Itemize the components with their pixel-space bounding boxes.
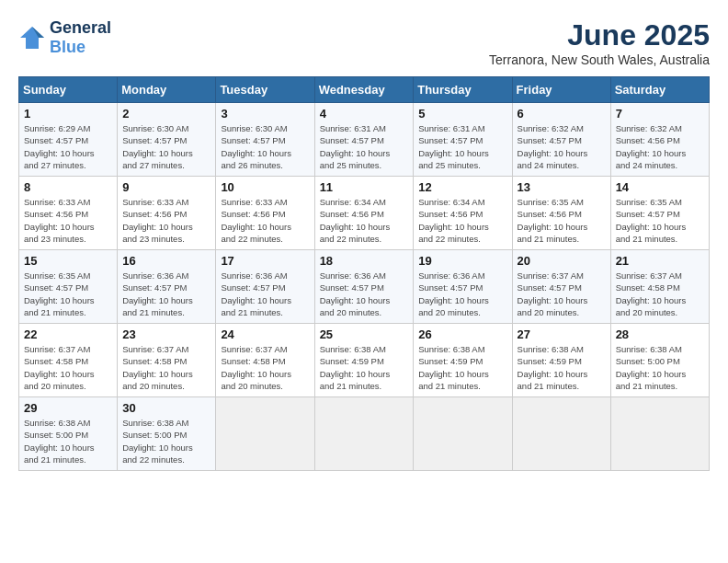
calendar-cell: 13Sunrise: 6:35 AM Sunset: 4:56 PM Dayli… <box>512 177 610 250</box>
day-info: Sunrise: 6:33 AM Sunset: 4:56 PM Dayligh… <box>122 196 210 245</box>
day-number: 16 <box>122 254 210 268</box>
day-info: Sunrise: 6:37 AM Sunset: 4:57 PM Dayligh… <box>518 270 606 318</box>
calendar-week-3: 15Sunrise: 6:35 AM Sunset: 4:57 PM Dayli… <box>19 250 710 324</box>
day-number: 26 <box>418 327 506 341</box>
day-info: Sunrise: 6:36 AM Sunset: 4:57 PM Dayligh… <box>221 270 309 318</box>
day-info: Sunrise: 6:32 AM Sunset: 4:57 PM Dayligh… <box>518 122 606 171</box>
column-header-sunday: Sunday <box>19 77 118 103</box>
calendar-cell <box>610 397 709 471</box>
calendar-cell: 1Sunrise: 6:29 AM Sunset: 4:57 PM Daylig… <box>19 103 118 177</box>
day-number: 20 <box>518 254 606 268</box>
day-number: 30 <box>122 401 210 415</box>
day-info: Sunrise: 6:35 AM Sunset: 4:57 PM Dayligh… <box>24 270 112 318</box>
calendar-cell: 27Sunrise: 6:38 AM Sunset: 4:59 PM Dayli… <box>512 324 610 397</box>
column-header-wednesday: Wednesday <box>314 77 414 103</box>
day-number: 2 <box>122 107 210 121</box>
calendar-cell: 7Sunrise: 6:32 AM Sunset: 4:56 PM Daylig… <box>610 103 709 177</box>
month-title: June 2025 <box>489 18 710 52</box>
calendar-cell: 11Sunrise: 6:34 AM Sunset: 4:56 PM Dayli… <box>314 177 414 250</box>
calendar-cell: 14Sunrise: 6:35 AM Sunset: 4:57 PM Dayli… <box>610 177 709 250</box>
day-info: Sunrise: 6:35 AM Sunset: 4:56 PM Dayligh… <box>518 196 606 245</box>
day-number: 7 <box>616 107 704 121</box>
column-header-thursday: Thursday <box>414 77 512 103</box>
column-header-tuesday: Tuesday <box>216 77 314 103</box>
day-info: Sunrise: 6:38 AM Sunset: 5:00 PM Dayligh… <box>616 343 704 392</box>
calendar-cell: 2Sunrise: 6:30 AM Sunset: 4:57 PM Daylig… <box>118 103 216 177</box>
day-info: Sunrise: 6:32 AM Sunset: 4:56 PM Dayligh… <box>616 122 704 171</box>
day-info: Sunrise: 6:30 AM Sunset: 4:57 PM Dayligh… <box>122 122 210 171</box>
calendar-cell <box>512 397 610 471</box>
calendar-cell: 22Sunrise: 6:37 AM Sunset: 4:58 PM Dayli… <box>19 324 118 397</box>
day-number: 14 <box>616 180 704 194</box>
day-number: 13 <box>518 180 606 194</box>
day-number: 25 <box>320 327 409 341</box>
day-info: Sunrise: 6:37 AM Sunset: 4:58 PM Dayligh… <box>122 343 210 392</box>
calendar-cell: 8Sunrise: 6:33 AM Sunset: 4:56 PM Daylig… <box>19 177 118 250</box>
day-number: 17 <box>221 254 309 268</box>
calendar-cell: 5Sunrise: 6:31 AM Sunset: 4:57 PM Daylig… <box>414 103 512 177</box>
column-header-saturday: Saturday <box>610 77 709 103</box>
day-info: Sunrise: 6:36 AM Sunset: 4:57 PM Dayligh… <box>418 270 506 318</box>
calendar-cell: 24Sunrise: 6:37 AM Sunset: 4:58 PM Dayli… <box>216 324 314 397</box>
title-area: June 2025 Terranora, New South Wales, Au… <box>489 18 710 67</box>
day-info: Sunrise: 6:33 AM Sunset: 4:56 PM Dayligh… <box>24 196 112 245</box>
calendar-week-2: 8Sunrise: 6:33 AM Sunset: 4:56 PM Daylig… <box>19 177 710 250</box>
day-number: 11 <box>320 180 409 194</box>
day-info: Sunrise: 6:37 AM Sunset: 4:58 PM Dayligh… <box>616 270 704 318</box>
day-info: Sunrise: 6:38 AM Sunset: 5:00 PM Dayligh… <box>24 417 112 465</box>
calendar-header-row: SundayMondayTuesdayWednesdayThursdayFrid… <box>19 77 710 103</box>
calendar-week-4: 22Sunrise: 6:37 AM Sunset: 4:58 PM Dayli… <box>19 324 710 397</box>
calendar-cell <box>414 397 512 471</box>
calendar-cell: 21Sunrise: 6:37 AM Sunset: 4:58 PM Dayli… <box>610 250 709 324</box>
day-info: Sunrise: 6:35 AM Sunset: 4:57 PM Dayligh… <box>616 196 704 245</box>
day-number: 29 <box>24 401 112 415</box>
day-number: 28 <box>616 327 704 341</box>
calendar-cell: 15Sunrise: 6:35 AM Sunset: 4:57 PM Dayli… <box>19 250 118 324</box>
day-number: 23 <box>122 327 210 341</box>
day-number: 19 <box>418 254 506 268</box>
day-number: 1 <box>24 107 112 121</box>
calendar-cell <box>216 397 314 471</box>
calendar-cell: 29Sunrise: 6:38 AM Sunset: 5:00 PM Dayli… <box>19 397 118 471</box>
day-number: 12 <box>418 180 506 194</box>
day-info: Sunrise: 6:34 AM Sunset: 4:56 PM Dayligh… <box>418 196 506 245</box>
day-info: Sunrise: 6:33 AM Sunset: 4:56 PM Dayligh… <box>221 196 309 245</box>
day-number: 9 <box>122 180 210 194</box>
day-number: 18 <box>320 254 409 268</box>
day-info: Sunrise: 6:36 AM Sunset: 4:57 PM Dayligh… <box>122 270 210 318</box>
logo-blue: Blue <box>50 38 85 56</box>
day-number: 8 <box>24 180 112 194</box>
calendar-cell: 3Sunrise: 6:30 AM Sunset: 4:57 PM Daylig… <box>216 103 314 177</box>
day-info: Sunrise: 6:30 AM Sunset: 4:57 PM Dayligh… <box>221 122 309 171</box>
day-info: Sunrise: 6:38 AM Sunset: 4:59 PM Dayligh… <box>320 343 409 392</box>
day-info: Sunrise: 6:38 AM Sunset: 4:59 PM Dayligh… <box>418 343 506 392</box>
calendar-cell <box>314 397 414 471</box>
calendar-cell: 16Sunrise: 6:36 AM Sunset: 4:57 PM Dayli… <box>118 250 216 324</box>
calendar-week-5: 29Sunrise: 6:38 AM Sunset: 5:00 PM Dayli… <box>19 397 710 471</box>
day-info: Sunrise: 6:37 AM Sunset: 4:58 PM Dayligh… <box>24 343 112 392</box>
calendar-cell: 25Sunrise: 6:38 AM Sunset: 4:59 PM Dayli… <box>314 324 414 397</box>
day-info: Sunrise: 6:31 AM Sunset: 4:57 PM Dayligh… <box>320 122 409 171</box>
calendar-cell: 10Sunrise: 6:33 AM Sunset: 4:56 PM Dayli… <box>216 177 314 250</box>
day-number: 24 <box>221 327 309 341</box>
calendar-cell: 4Sunrise: 6:31 AM Sunset: 4:57 PM Daylig… <box>314 103 414 177</box>
calendar-cell: 23Sunrise: 6:37 AM Sunset: 4:58 PM Dayli… <box>118 324 216 397</box>
day-info: Sunrise: 6:38 AM Sunset: 4:59 PM Dayligh… <box>518 343 606 392</box>
logo-icon <box>18 25 46 51</box>
day-info: Sunrise: 6:29 AM Sunset: 4:57 PM Dayligh… <box>24 122 112 171</box>
day-number: 4 <box>320 107 409 121</box>
column-header-friday: Friday <box>512 77 610 103</box>
column-header-monday: Monday <box>118 77 216 103</box>
header: General Blue June 2025 Terranora, New So… <box>18 18 710 67</box>
calendar-cell: 19Sunrise: 6:36 AM Sunset: 4:57 PM Dayli… <box>414 250 512 324</box>
day-info: Sunrise: 6:37 AM Sunset: 4:58 PM Dayligh… <box>221 343 309 392</box>
calendar-cell: 17Sunrise: 6:36 AM Sunset: 4:57 PM Dayli… <box>216 250 314 324</box>
day-number: 6 <box>518 107 606 121</box>
day-info: Sunrise: 6:31 AM Sunset: 4:57 PM Dayligh… <box>418 122 506 171</box>
location-title: Terranora, New South Wales, Australia <box>489 52 710 67</box>
day-number: 3 <box>221 107 309 121</box>
calendar-cell: 20Sunrise: 6:37 AM Sunset: 4:57 PM Dayli… <box>512 250 610 324</box>
logo: General Blue <box>18 18 111 57</box>
calendar-cell: 28Sunrise: 6:38 AM Sunset: 5:00 PM Dayli… <box>610 324 709 397</box>
day-number: 22 <box>24 327 112 341</box>
